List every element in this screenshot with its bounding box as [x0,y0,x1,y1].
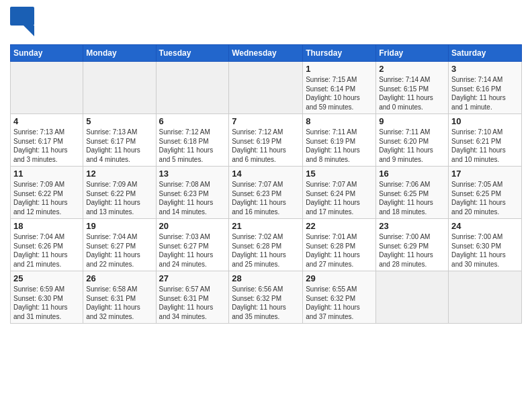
svg-marker-1 [24,26,34,36]
day-number: 20 [159,221,226,231]
day-info: Sunrise: 7:15 AM Sunset: 6:14 PM Dayligh… [306,75,373,111]
day-number: 25 [13,273,80,283]
header [10,7,522,39]
day-number: 9 [379,116,445,126]
weekday-header: Wednesday [229,45,303,62]
calendar-cell: 25Sunrise: 6:59 AM Sunset: 6:30 PM Dayli… [11,271,83,324]
day-info: Sunrise: 7:07 AM Sunset: 6:23 PM Dayligh… [232,180,300,216]
day-info: Sunrise: 7:00 AM Sunset: 6:29 PM Dayligh… [379,232,445,269]
day-number: 4 [13,116,80,126]
day-number: 27 [159,273,226,283]
weekday-header: Sunday [11,45,83,62]
calendar-week-row: 1Sunrise: 7:15 AM Sunset: 6:14 PM Daylig… [11,62,522,114]
day-number: 14 [232,169,300,179]
calendar-cell: 29Sunrise: 6:55 AM Sunset: 6:32 PM Dayli… [303,271,376,324]
day-info: Sunrise: 7:00 AM Sunset: 6:30 PM Dayligh… [451,232,519,269]
calendar-cell: 5Sunrise: 7:13 AM Sunset: 6:17 PM Daylig… [83,114,156,167]
day-info: Sunrise: 7:13 AM Sunset: 6:17 PM Dayligh… [86,128,152,164]
calendar-cell [83,62,156,114]
day-info: Sunrise: 7:04 AM Sunset: 6:26 PM Dayligh… [13,232,80,269]
day-number: 7 [232,116,300,126]
calendar-cell: 2Sunrise: 7:14 AM Sunset: 6:15 PM Daylig… [376,62,449,114]
day-info: Sunrise: 6:57 AM Sunset: 6:31 PM Dayligh… [159,285,226,321]
calendar-cell: 15Sunrise: 7:07 AM Sunset: 6:24 PM Dayli… [303,167,376,219]
day-info: Sunrise: 6:59 AM Sunset: 6:30 PM Dayligh… [13,285,80,321]
calendar-cell: 14Sunrise: 7:07 AM Sunset: 6:23 PM Dayli… [229,167,303,219]
day-info: Sunrise: 7:14 AM Sunset: 6:15 PM Dayligh… [379,75,445,111]
day-info: Sunrise: 6:56 AM Sunset: 6:32 PM Dayligh… [232,285,300,321]
day-info: Sunrise: 6:55 AM Sunset: 6:32 PM Dayligh… [306,285,373,321]
svg-rect-0 [10,7,34,26]
day-number: 3 [451,64,519,74]
weekday-header: Thursday [303,45,376,62]
calendar-week-row: 25Sunrise: 6:59 AM Sunset: 6:30 PM Dayli… [11,271,522,324]
day-number: 15 [306,169,373,179]
calendar-cell: 13Sunrise: 7:08 AM Sunset: 6:23 PM Dayli… [156,167,229,219]
day-info: Sunrise: 7:09 AM Sunset: 6:22 PM Dayligh… [86,180,152,216]
day-number: 13 [159,169,226,179]
logo-icon [10,7,36,36]
day-number: 6 [159,116,226,126]
calendar-cell: 3Sunrise: 7:14 AM Sunset: 6:16 PM Daylig… [449,62,522,114]
calendar-cell: 12Sunrise: 7:09 AM Sunset: 6:22 PM Dayli… [83,167,156,219]
day-number: 23 [379,221,445,231]
day-info: Sunrise: 7:11 AM Sunset: 6:20 PM Dayligh… [379,128,445,164]
calendar-cell: 18Sunrise: 7:04 AM Sunset: 6:26 PM Dayli… [11,219,83,271]
calendar-cell [449,271,522,324]
day-info: Sunrise: 7:03 AM Sunset: 6:27 PM Dayligh… [159,232,226,269]
calendar-cell: 6Sunrise: 7:12 AM Sunset: 6:18 PM Daylig… [156,114,229,167]
weekday-header: Tuesday [156,45,229,62]
logo [10,7,38,39]
day-info: Sunrise: 7:10 AM Sunset: 6:21 PM Dayligh… [451,128,519,164]
calendar-cell: 10Sunrise: 7:10 AM Sunset: 6:21 PM Dayli… [449,114,522,167]
day-number: 26 [86,273,152,283]
calendar-cell: 4Sunrise: 7:13 AM Sunset: 6:17 PM Daylig… [11,114,83,167]
day-number: 10 [451,116,519,126]
calendar-cell: 26Sunrise: 6:58 AM Sunset: 6:31 PM Dayli… [83,271,156,324]
calendar-cell: 19Sunrise: 7:04 AM Sunset: 6:27 PM Dayli… [83,219,156,271]
day-info: Sunrise: 7:07 AM Sunset: 6:24 PM Dayligh… [306,180,373,216]
calendar-cell: 16Sunrise: 7:06 AM Sunset: 6:25 PM Dayli… [376,167,449,219]
day-number: 21 [232,221,300,231]
day-number: 29 [306,273,373,283]
calendar-cell: 7Sunrise: 7:12 AM Sunset: 6:19 PM Daylig… [229,114,303,167]
calendar-cell: 23Sunrise: 7:00 AM Sunset: 6:29 PM Dayli… [376,219,449,271]
day-number: 17 [451,169,519,179]
calendar: SundayMondayTuesdayWednesdayThursdayFrid… [10,44,522,324]
calendar-cell: 17Sunrise: 7:05 AM Sunset: 6:25 PM Dayli… [449,167,522,219]
weekday-header: Friday [376,45,449,62]
calendar-week-row: 18Sunrise: 7:04 AM Sunset: 6:26 PM Dayli… [11,219,522,271]
day-info: Sunrise: 7:01 AM Sunset: 6:28 PM Dayligh… [306,232,373,269]
calendar-cell: 22Sunrise: 7:01 AM Sunset: 6:28 PM Dayli… [303,219,376,271]
day-number: 11 [13,169,80,179]
calendar-cell: 11Sunrise: 7:09 AM Sunset: 6:22 PM Dayli… [11,167,83,219]
day-number: 24 [451,221,519,231]
calendar-cell [229,62,303,114]
calendar-header-row: SundayMondayTuesdayWednesdayThursdayFrid… [11,45,522,62]
day-info: Sunrise: 7:14 AM Sunset: 6:16 PM Dayligh… [451,75,519,111]
calendar-cell: 8Sunrise: 7:11 AM Sunset: 6:19 PM Daylig… [303,114,376,167]
calendar-cell [11,62,83,114]
day-number: 2 [379,64,445,74]
day-info: Sunrise: 7:04 AM Sunset: 6:27 PM Dayligh… [86,232,152,269]
day-info: Sunrise: 7:12 AM Sunset: 6:19 PM Dayligh… [232,128,300,164]
day-info: Sunrise: 7:08 AM Sunset: 6:23 PM Dayligh… [159,180,226,216]
day-number: 28 [232,273,300,283]
weekday-header: Saturday [449,45,522,62]
day-number: 16 [379,169,445,179]
calendar-cell: 21Sunrise: 7:02 AM Sunset: 6:28 PM Dayli… [229,219,303,271]
page: SundayMondayTuesdayWednesdayThursdayFrid… [0,0,532,330]
day-info: Sunrise: 7:06 AM Sunset: 6:25 PM Dayligh… [379,180,445,216]
day-info: Sunrise: 6:58 AM Sunset: 6:31 PM Dayligh… [86,285,152,321]
calendar-week-row: 4Sunrise: 7:13 AM Sunset: 6:17 PM Daylig… [11,114,522,167]
day-info: Sunrise: 7:12 AM Sunset: 6:18 PM Dayligh… [159,128,226,164]
day-number: 5 [86,116,152,126]
day-number: 19 [86,221,152,231]
calendar-cell: 27Sunrise: 6:57 AM Sunset: 6:31 PM Dayli… [156,271,229,324]
weekday-header: Monday [83,45,156,62]
calendar-cell: 9Sunrise: 7:11 AM Sunset: 6:20 PM Daylig… [376,114,449,167]
day-number: 1 [306,64,373,74]
calendar-cell: 1Sunrise: 7:15 AM Sunset: 6:14 PM Daylig… [303,62,376,114]
calendar-week-row: 11Sunrise: 7:09 AM Sunset: 6:22 PM Dayli… [11,167,522,219]
calendar-cell [376,271,449,324]
